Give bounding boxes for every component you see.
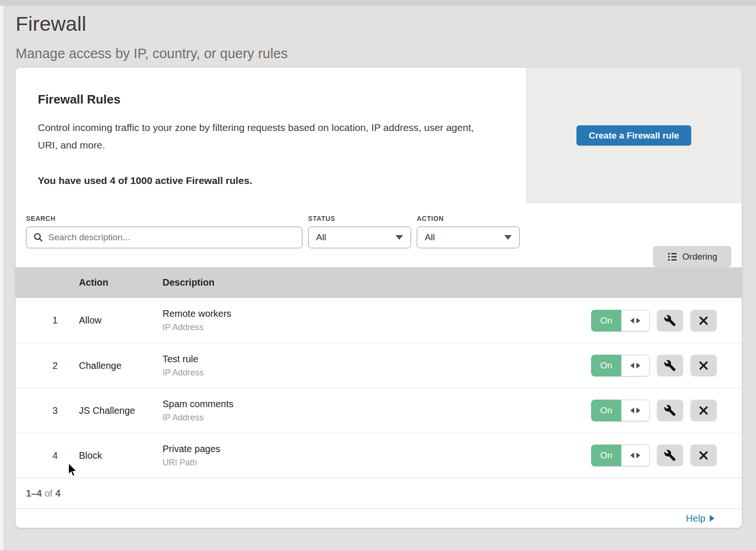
toggle-on-label: On [591, 355, 621, 376]
page-title: Firewall [16, 12, 756, 35]
window-top-edge [0, 0, 756, 6]
rule-match-type: URI Path [163, 458, 591, 468]
rule-priority: 2 [16, 360, 79, 371]
create-rule-panel: Create a Firewall rule [526, 68, 742, 203]
table-header-description: Description [163, 277, 742, 288]
edit-rule-button[interactable] [657, 445, 683, 466]
rule-description: Private pages URI Path [163, 444, 591, 468]
rule-title: Spam comments [163, 399, 591, 410]
arrow-right-icon [636, 408, 640, 413]
ordered-list-icon [667, 252, 678, 262]
help-link-label: Help [686, 513, 705, 524]
status-select[interactable]: All [308, 227, 411, 248]
page-subtitle: Manage access by IP, country, or query r… [16, 46, 756, 61]
chevron-down-icon [504, 235, 512, 240]
card-header: Firewall Rules Control incoming traffic … [16, 68, 742, 203]
window-left-edge [0, 6, 3, 550]
status-select-value: All [316, 232, 326, 243]
firewall-rules-card: Firewall Rules Control incoming traffic … [16, 68, 742, 528]
edit-rule-button[interactable] [657, 355, 683, 376]
panel-usage-count: You have used 4 of 1000 active Firewall … [38, 175, 498, 186]
close-icon [698, 360, 709, 371]
action-select[interactable]: All [417, 227, 520, 248]
filter-spacer [520, 215, 653, 267]
help-link[interactable]: Help [686, 513, 714, 524]
arrow-right-icon [710, 515, 714, 522]
rule-action: Challenge [79, 360, 163, 371]
status-label: STATUS [308, 215, 411, 222]
ordering-button[interactable]: Ordering [653, 246, 731, 267]
rule-controls: On [591, 355, 742, 376]
rule-enabled-toggle[interactable]: On [591, 400, 650, 421]
rule-priority: 4 [16, 450, 79, 461]
wrench-icon [664, 449, 676, 462]
arrow-left-icon [630, 318, 634, 323]
rule-description: Remote workers IP Address [163, 308, 591, 332]
table-header-action: Action [79, 277, 163, 288]
rule-action: Allow [79, 315, 163, 326]
toggle-on-label: On [591, 310, 621, 332]
rule-enabled-toggle[interactable]: On [591, 355, 650, 376]
rule-priority: 1 [16, 315, 79, 326]
arrow-left-icon [630, 363, 634, 368]
wrench-icon [664, 359, 676, 372]
action-select-value: All [425, 232, 435, 243]
search-filter-group: SEARCH [26, 215, 302, 267]
close-icon [698, 450, 709, 461]
delete-rule-button[interactable] [690, 445, 717, 466]
delete-rule-button[interactable] [690, 400, 717, 421]
close-icon [698, 315, 709, 326]
table-row: 3 JS Challenge Spam comments IP Address … [16, 388, 742, 433]
search-label: SEARCH [26, 215, 302, 222]
arrow-right-icon [636, 363, 640, 368]
toggle-knob [621, 355, 650, 376]
toggle-on-label: On [591, 445, 621, 466]
page-header: Firewall Manage access by IP, country, o… [0, 0, 756, 61]
create-firewall-rule-button[interactable]: Create a Firewall rule [576, 125, 691, 146]
rule-controls: On [591, 445, 742, 466]
panel-intro: Firewall Rules Control incoming traffic … [16, 68, 526, 203]
delete-rule-button[interactable] [690, 355, 717, 376]
rule-match-type: IP Address [163, 323, 591, 332]
rule-controls: On [591, 400, 742, 421]
pagination-total: 4 [55, 488, 60, 499]
rule-match-type: IP Address [163, 368, 591, 378]
arrow-right-icon [636, 318, 640, 323]
status-filter-group: STATUS All [308, 215, 411, 267]
action-label: ACTION [417, 215, 520, 222]
search-input[interactable] [48, 232, 295, 243]
rule-action: JS Challenge [79, 405, 163, 416]
panel-description: Control incoming traffic to your zone by… [38, 119, 487, 154]
arrow-left-icon [630, 408, 634, 413]
rule-priority: 3 [16, 405, 79, 416]
search-icon [33, 232, 43, 243]
ordering-button-label: Ordering [682, 252, 717, 262]
rule-action: Block [79, 450, 163, 461]
search-box [26, 227, 302, 248]
rule-enabled-toggle[interactable]: On [591, 445, 650, 466]
delete-rule-button[interactable] [690, 310, 717, 332]
table-row: 1 Allow Remote workers IP Address On [16, 298, 742, 343]
filter-bar: SEARCH STATUS All ACTION All [16, 203, 742, 267]
pagination-range: 1–4 [26, 488, 42, 499]
action-filter-group: ACTION All [417, 215, 520, 267]
arrow-left-icon [630, 453, 634, 458]
toggle-on-label: On [591, 400, 621, 421]
close-icon [698, 405, 709, 416]
pagination: 1–4 of 4 [16, 478, 742, 508]
rule-enabled-toggle[interactable]: On [591, 310, 650, 332]
panel-heading: Firewall Rules [38, 92, 498, 107]
edit-rule-button[interactable] [657, 310, 683, 332]
wrench-icon [664, 404, 676, 417]
edit-rule-button[interactable] [657, 400, 683, 421]
wrench-icon [664, 314, 676, 327]
toggle-knob [621, 445, 650, 466]
table-row: 4 Block Private pages URI Path On [16, 433, 742, 478]
rule-description: Spam comments IP Address [163, 399, 591, 423]
rule-title: Remote workers [163, 308, 591, 319]
rule-description: Test rule IP Address [163, 354, 591, 378]
rules-table-body: 1 Allow Remote workers IP Address On [16, 298, 742, 478]
arrow-right-icon [636, 453, 640, 458]
rule-title: Private pages [163, 444, 591, 454]
rule-title: Test rule [163, 354, 591, 365]
